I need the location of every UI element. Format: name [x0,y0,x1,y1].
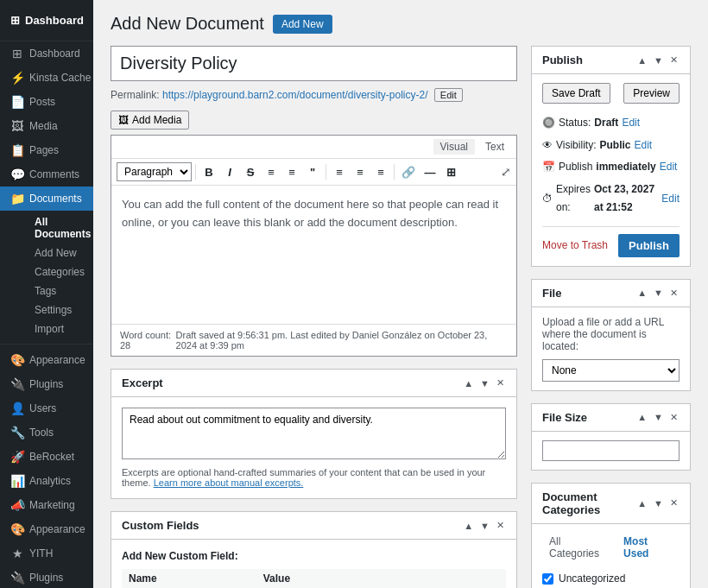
sidebar-item-media[interactable]: 🖼 Media [0,114,93,138]
editor-content[interactable]: You can add the full content of the docu… [111,186,516,324]
cat-checkbox-uncategorized[interactable] [542,573,553,585]
publish-date-row: 📅 Publish immediately Edit [542,156,680,179]
file-panel-header: File ▲ ▼ ✕ [532,280,690,307]
submenu-categories[interactable]: Categories [24,262,93,281]
table-button[interactable]: ⊞ [441,164,460,180]
sidebar-item-yith[interactable]: ★ YITH [0,541,93,566]
toolbar-separator-3 [394,164,395,180]
submenu-import[interactable]: Import [24,319,93,338]
filesize-toggle[interactable]: ✕ [668,412,680,423]
tab-text[interactable]: Text [478,139,511,155]
submenu-settings[interactable]: Settings [24,300,93,319]
status-icon: 🔘 [542,114,555,133]
excerpt-metabox-header[interactable]: Excerpt ▲ ▼ ✕ [111,370,516,397]
permalink-url[interactable]: https://playground.barn2.com/document/di… [162,89,427,101]
file-up[interactable]: ▲ [635,288,648,298]
publish-down[interactable]: ▼ [652,55,665,66]
strikethrough-button[interactable]: S [241,164,260,180]
sidebar-item-analytics[interactable]: 📊 Analytics [0,469,93,493]
expires-edit-link[interactable]: Edit [661,190,680,209]
excerpt-toggle[interactable]: ✕ [495,377,506,389]
sidebar-item-berocket[interactable]: 🚀 BeRocket [0,445,93,469]
publish-info: 🔘 Status: Draft Edit 👁 Visibility: Publi… [542,112,680,219]
save-draft-button[interactable]: Save Draft [542,83,610,104]
tab-all-categories[interactable]: All Categories [542,533,616,562]
post-title-input[interactable] [111,46,517,81]
status-edit-link[interactable]: Edit [622,114,640,133]
sidebar-item-pages[interactable]: 📋 Pages [0,138,93,162]
permalink-edit-button[interactable]: Edit [434,88,463,102]
more-button[interactable]: — [420,164,439,180]
expand-button[interactable]: ⤢ [501,165,511,179]
publish-button[interactable]: Publish [618,234,680,257]
add-media-icon: 🖼 [118,114,129,126]
excerpt-learn-more[interactable]: Learn more about manual excerpts. [154,477,304,488]
tab-visual[interactable]: Visual [433,139,475,155]
custom-fields-toggle[interactable]: ✕ [495,520,506,531]
publish-toggle[interactable]: ✕ [668,54,680,66]
status-row: 🔘 Status: Draft Edit [542,112,680,135]
link-button[interactable]: 🔗 [398,164,419,180]
excerpt-note: Excerpts are optional hand-crafted summa… [122,467,506,488]
visibility-edit-link[interactable]: Edit [634,136,652,155]
appearance-icon: 🎨 [10,353,24,367]
move-to-trash-link[interactable]: Move to Trash [542,239,608,251]
ol-button[interactable]: ≡ [282,164,301,180]
submenu-add-new[interactable]: Add New [24,243,93,262]
custom-fields-down[interactable]: ▼ [478,520,491,531]
editor-box: Visual Text Paragraph B I S ≡ ≡ " [111,135,517,357]
excerpt-textarea[interactable]: Read about out commitment to equality an… [122,408,506,459]
sidebar-item-posts[interactable]: 📄 Posts [0,90,93,114]
format-select[interactable]: Paragraph [117,162,192,181]
plugins2-icon: 🔌 [10,571,24,585]
sidebar-item-tools[interactable]: 🔧 Tools [0,420,93,445]
ul-button[interactable]: ≡ [262,164,281,180]
sidebar-item-appearance2[interactable]: 🎨 Appearance [0,517,93,541]
excerpt-collapse-up[interactable]: ▲ [462,377,475,389]
align-right-button[interactable]: ≡ [371,164,390,180]
submenu-tags[interactable]: Tags [24,281,93,300]
align-center-button[interactable]: ≡ [351,164,370,180]
sidebar-item-comments[interactable]: 💬 Comments [0,162,93,187]
file-toggle[interactable]: ✕ [668,288,680,299]
doc-categories-controls: ▲ ▼ ✕ [635,497,680,509]
preview-button[interactable]: Preview [623,83,680,104]
filesize-up[interactable]: ▲ [635,412,648,422]
submenu-all-documents[interactable]: All Documents [24,212,93,243]
sidebar-item-plugins2[interactable]: 🔌 Plugins [0,566,93,588]
filesize-down[interactable]: ▼ [652,412,665,422]
categories-toggle[interactable]: ✕ [668,497,680,509]
add-media-button[interactable]: 🖼 Add Media [111,111,189,130]
filesize-panel: File Size ▲ ▼ ✕ [531,403,691,471]
excerpt-collapse-down[interactable]: ▼ [478,377,491,389]
custom-fields-header[interactable]: Custom Fields ▲ ▼ ✕ [111,512,516,540]
sidebar-item-kinsta[interactable]: ⚡ Kinsta Cache [0,66,93,90]
sidebar-item-users[interactable]: 👤 Users [0,396,93,420]
custom-fields-controls: ▲ ▼ ✕ [462,520,506,531]
publish-up[interactable]: ▲ [635,55,648,66]
category-tabs: All Categories Most Used [542,533,680,562]
categories-up[interactable]: ▲ [635,498,648,509]
add-new-button[interactable]: Add New [273,15,332,34]
tab-most-used[interactable]: Most Used [616,533,680,562]
sidebar-item-dashboard[interactable]: ⊞ Dashboard [0,41,93,66]
sidebar-item-marketing[interactable]: 📣 Marketing [0,493,93,517]
categories-down[interactable]: ▼ [652,498,665,509]
file-down[interactable]: ▼ [652,288,665,298]
filesize-input[interactable] [542,440,680,461]
file-select[interactable]: None [542,359,680,382]
publish-panel-body: Save Draft Preview 🔘 Status: Draft Edit [532,74,690,266]
italic-button[interactable]: I [220,164,239,180]
pages-icon: 📋 [10,143,24,157]
sidebar-item-plugins[interactable]: 🔌 Plugins [0,372,93,396]
blockquote-button[interactable]: " [303,164,322,180]
sidebar-item-documents[interactable]: 📁 Documents [0,187,93,211]
content-area: Permalink: https://playground.barn2.com/… [111,46,691,588]
publish-edit-link[interactable]: Edit [660,158,678,177]
align-left-button[interactable]: ≡ [330,164,349,180]
sidebar-logo[interactable]: ⊞ Dashboard [0,7,93,34]
sidebar-item-appearance[interactable]: 🎨 Appearance [0,348,93,372]
page-title: Add New Document [111,14,264,34]
custom-fields-up[interactable]: ▲ [462,520,475,531]
bold-button[interactable]: B [199,164,218,180]
